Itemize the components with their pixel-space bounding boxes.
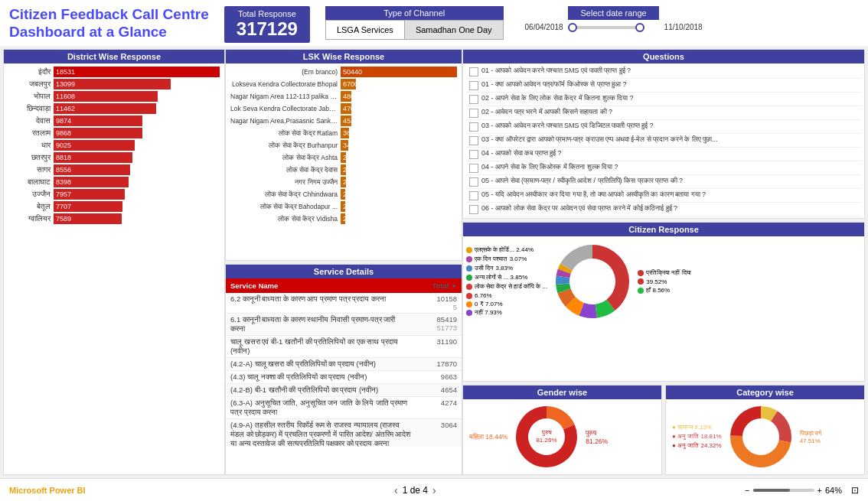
lsk-bar-row: लोक सेवा केंद्र Burhanpur 3407: [230, 140, 457, 151]
questions-list: 01 - आपको आवेदन करने पश्चात SMS एवं पावत…: [463, 63, 864, 218]
district-bar[interactable]: 7589: [54, 213, 122, 224]
district-bar[interactable]: 9874: [54, 115, 142, 126]
date-slider-right[interactable]: [635, 23, 644, 32]
district-bar[interactable]: 11462: [54, 103, 156, 114]
prev-page-button[interactable]: ‹: [394, 484, 398, 496]
date-range-title: Select date range: [568, 6, 658, 20]
lsk-bar[interactable]: 2050: [341, 201, 345, 212]
district-bar[interactable]: 13099: [54, 79, 171, 89]
district-bar[interactable]: 8398: [54, 177, 129, 187]
district-bar[interactable]: 9868: [54, 128, 142, 138]
service-name: (4.3) चालू नक्शा की प्रतिलिपियों का प्रद…: [226, 370, 416, 383]
question-checkbox[interactable]: [469, 177, 478, 187]
legend-label: प्रतिक्रिया नहीं दिया: [646, 269, 690, 277]
legend-label: 0 ₹ 7.07%: [475, 301, 503, 307]
zoom-minus[interactable]: −: [745, 486, 749, 495]
legend-item: नहीं 7.93%: [466, 309, 547, 317]
lsk-bar[interactable]: 2012: [341, 213, 345, 224]
district-bar-container: 8556: [54, 164, 220, 175]
citizen-legend-left: एलएसके के होर्डि... 2.44%एक दिन पश्चात 3…: [466, 246, 547, 317]
legend-dot: [466, 310, 472, 316]
district-bar[interactable]: 7957: [54, 189, 125, 200]
question-checkbox[interactable]: [469, 109, 478, 118]
lsk-label: लोक सेवा केंद्र Ashta: [230, 154, 338, 162]
question-checkbox[interactable]: [469, 150, 478, 159]
total-response-label: Total Response: [237, 9, 298, 18]
district-bar-row: सागर 8556: [8, 164, 220, 175]
service-total: 3064: [416, 418, 462, 447]
donut-segment[interactable]: [730, 406, 761, 436]
fullscreen-icon[interactable]: ⊡: [851, 485, 859, 496]
lsk-bar-container: 50440: [341, 67, 457, 77]
lsk-bar[interactable]: 50440: [341, 67, 457, 77]
total-col-header: Total ▼: [416, 278, 462, 293]
lsk-bar[interactable]: 3407: [341, 140, 348, 151]
lsk-bar[interactable]: 4709: [341, 103, 351, 114]
question-checkbox[interactable]: [469, 81, 478, 90]
service-scroll[interactable]: Service Name Total ▼ 6.2 कानूनी बाध्यता …: [226, 278, 462, 447]
service-panel: Service Details Service Name Total ▼ 6.: [225, 264, 462, 476]
citizen-response-header: Citizen Response: [463, 223, 864, 236]
district-bar[interactable]: 8818: [54, 152, 132, 163]
lsk-bar-container: 2059: [341, 189, 457, 200]
table-row: (6.3-A) अनुसूचित जाति, अनुसूचित जन जाति …: [226, 396, 462, 418]
legend-dot: [466, 284, 472, 290]
lsk-bar[interactable]: 4535: [341, 115, 351, 126]
district-bar[interactable]: 8556: [54, 164, 130, 175]
zoom-plus[interactable]: +: [817, 486, 822, 495]
district-bar-container: 7957: [54, 189, 220, 200]
legend-label: एलएसके के होर्डि... 2.44%: [475, 246, 534, 254]
service-name: (4.2-B) बी-1 खतौनी की प्रतिलिपियों का प्…: [226, 383, 416, 396]
zoom-value: 64%: [825, 486, 842, 495]
lsk-bar-row: लोक सेवा केंद्र Ashta 2361: [230, 152, 457, 163]
service-name: (6.3-A) अनुसूचित जाति, अनुसूचित जन जाति …: [226, 396, 416, 418]
district-value: 7707: [54, 203, 71, 210]
date-slider-track: [568, 26, 644, 29]
powerbi-link[interactable]: Microsoft Power BI: [9, 486, 86, 495]
district-label: रतलाम: [8, 129, 51, 138]
category-legend-right: पिछड़ा वर्ग47.51%: [800, 430, 821, 444]
question-checkbox[interactable]: [469, 205, 478, 214]
lsk-bar[interactable]: 2059: [341, 189, 345, 200]
date-slider-left[interactable]: [568, 23, 577, 32]
question-checkbox[interactable]: [469, 191, 478, 200]
district-label: बालाघाट: [8, 177, 51, 187]
question-checkbox[interactable]: [469, 67, 478, 76]
question-checkbox[interactable]: [469, 122, 478, 132]
district-bar[interactable]: 11608: [54, 91, 158, 102]
lsk-bar[interactable]: 6700: [341, 79, 356, 89]
lsk-bar[interactable]: 2361: [341, 152, 346, 163]
lsk-bar[interactable]: 2353: [341, 164, 346, 175]
service-panel-header: Service Details: [226, 265, 462, 278]
district-bar-row: देवास 9874: [8, 115, 220, 126]
lsk-panel-header: LSK Wise Response: [226, 50, 462, 63]
donut-segment[interactable]: [547, 406, 575, 429]
next-page-button[interactable]: ›: [432, 484, 436, 496]
lsk-bar[interactable]: 3649: [341, 128, 349, 138]
district-bar[interactable]: 7707: [54, 201, 122, 212]
question-checkbox[interactable]: [469, 95, 478, 104]
lsk-bar[interactable]: 4800: [341, 91, 351, 102]
question-checkbox[interactable]: [469, 164, 478, 173]
district-bar-container: 8398: [54, 177, 220, 187]
lsk-value: 2257: [341, 178, 358, 186]
channel-samadhan-button[interactable]: Samadhan One Day: [405, 21, 503, 39]
district-bar-row: रतलाम 9868: [8, 128, 220, 138]
header: Citizen Feedback Call Centre Dashboard a…: [0, 0, 868, 46]
citizen-donut: [550, 239, 635, 324]
lsk-value: 3649: [341, 129, 358, 137]
lsk-label: Nagar Nigam Area 112-113 palika p...: [230, 93, 338, 100]
district-bar[interactable]: 18531: [54, 67, 220, 77]
lsk-bar[interactable]: 2257: [341, 177, 346, 187]
question-checkbox[interactable]: [469, 136, 478, 145]
lsk-value: 6700: [341, 80, 358, 88]
legend-item: हाँ 8.56%: [638, 287, 690, 294]
district-bar[interactable]: 9025: [54, 140, 135, 151]
question-text: 01 - क्या आपको आवेदन पत्र/फॉर्म किओस्क स…: [481, 80, 627, 89]
channel-lsga-button[interactable]: LSGA Services: [326, 21, 405, 39]
donut-segment[interactable]: [592, 245, 629, 311]
dashboard: Citizen Feedback Call Centre Dashboard a…: [0, 0, 868, 501]
channel-selector: Type of Channel LSGA Services Samadhan O…: [325, 6, 504, 40]
district-value: 9868: [54, 129, 71, 137]
category-donut-svg: [726, 402, 795, 471]
